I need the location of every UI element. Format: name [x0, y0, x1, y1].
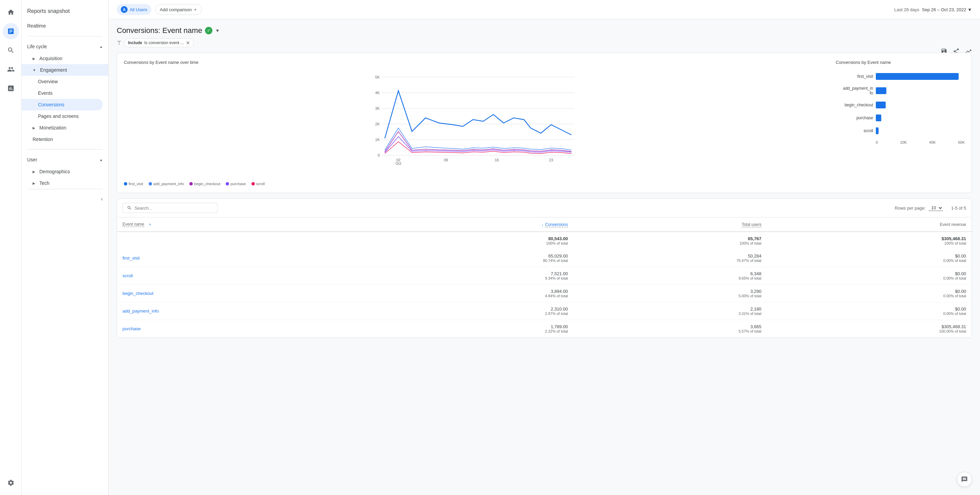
filter-icon: ⊤ — [117, 40, 121, 46]
bar-x-20k: 20K — [900, 140, 907, 144]
bar-x-40k: 40K — [929, 140, 936, 144]
bar-label-purchase: purchase — [836, 115, 873, 120]
col-event-revenue[interactable]: Event revenue — [767, 217, 972, 232]
sidebar-item-retention[interactable]: Retention — [22, 134, 108, 145]
svg-text:2K: 2K — [375, 122, 380, 126]
realtime-nav-icon[interactable] — [3, 42, 19, 58]
legend-scroll: scroll — [251, 182, 265, 186]
bar-fill-first-visit — [876, 73, 959, 80]
top-bar-right: Last 28 days Sep 26 – Oct 23, 2022 ▼ — [894, 7, 972, 12]
add-comparison-button[interactable]: Add comparison ＋ — [156, 4, 202, 15]
cell-event-name[interactable]: purchase — [117, 320, 372, 338]
icon-bar — [0, 0, 22, 495]
cell-event-name[interactable]: scroll — [117, 267, 372, 285]
bar-track-scroll — [876, 128, 965, 134]
sidebar-item-engagement[interactable]: ▼ Engagement — [22, 64, 108, 76]
main-content: A All Users Add comparison ＋ Last 28 day… — [108, 0, 980, 495]
sidebar-item-monetization[interactable]: ▶ Monetization — [22, 122, 108, 134]
chart-legend: first_visit add_payment_info begin_check… — [124, 182, 822, 186]
cell-event-revenue: $0.00 0.00% of total — [767, 302, 972, 320]
legend-purchase: purchase — [226, 182, 246, 186]
bar-track-add-payment — [876, 87, 965, 94]
search-icon — [127, 205, 132, 211]
total-users-val: 65,767 100% of total — [573, 232, 767, 249]
page-title-row: Conversions: Event name ✓ ▼ — [117, 26, 972, 35]
bar-chart-area: first_visit add_payment_info — [836, 70, 965, 147]
sidebar-item-events[interactable]: Events — [22, 87, 108, 99]
col-conversions[interactable]: ↓ Conversions — [372, 217, 573, 232]
date-range-label: Sep 26 – Oct 23, 2022 — [922, 7, 966, 12]
sidebar-item-conversions[interactable]: Conversions — [22, 99, 103, 110]
sidebar-item-demographics[interactable]: ▶ Demographics — [22, 166, 108, 177]
rows-per-page: Rows per page: 10 25 50 — [895, 205, 946, 211]
last-days-label: Last 28 days — [894, 7, 919, 12]
tech-expand-icon: ▶ — [33, 181, 35, 185]
search-box[interactable] — [123, 203, 218, 213]
table-row: scroll 7,521.00 9.34% of total 6,348 9.6… — [117, 267, 972, 285]
col-total-users[interactable]: Total users — [573, 217, 767, 232]
filter-text: Is conversion event ... — [144, 40, 184, 45]
bar-label-begin-checkout: begin_checkout — [836, 102, 873, 107]
engagement-expand-icon: ▼ — [33, 68, 36, 72]
sidebar-item-pages[interactable]: Pages and screens — [22, 110, 108, 122]
filter-chip[interactable]: Include Is conversion event ... ✕ — [124, 38, 194, 47]
bar-x-60k: 60K — [958, 140, 965, 144]
bar-label-scroll: scroll — [836, 128, 873, 133]
add-column-icon[interactable]: ＋ — [148, 222, 152, 227]
sidebar-realtime[interactable]: Realtime — [22, 20, 108, 32]
search-input[interactable] — [135, 206, 213, 211]
sidebar-collapse-btn[interactable]: ‹ — [101, 196, 103, 202]
sidebar-item-acquisition[interactable]: ▶ Acquisition — [22, 53, 108, 64]
top-bar-left: A All Users Add comparison ＋ — [117, 4, 202, 15]
data-table: Event name ＋ ↓ Conversions Total users E… — [117, 217, 972, 338]
cell-conversions: 65,029.00 80.74% of total — [372, 249, 573, 267]
cell-event-name[interactable]: first_visit — [117, 249, 372, 267]
bar-x-0: 0 — [876, 140, 878, 144]
svg-text:1K: 1K — [375, 137, 380, 142]
chat-bubble[interactable] — [957, 472, 972, 487]
svg-text:16: 16 — [495, 158, 499, 162]
sidebar-lifecycle-header[interactable]: Life cycle ▲ — [22, 40, 108, 53]
reports-nav-icon[interactable] — [3, 80, 19, 96]
bar-label-add-payment: add_payment_info — [836, 86, 873, 96]
table-row: first_visit 65,029.00 80.74% of total 50… — [117, 249, 972, 267]
sidebar-item-tech[interactable]: ▶ Tech — [22, 177, 108, 189]
bar-row-first-visit: first_visit — [836, 73, 965, 80]
sidebar-title: Reports snapshot — [22, 5, 108, 20]
title-dropdown-icon[interactable]: ▼ — [215, 28, 220, 33]
settings-nav-icon[interactable] — [3, 474, 19, 491]
table-total-row: 80,543.00 100% of total 65,767 100% of t… — [117, 232, 972, 249]
cell-event-name[interactable]: add_payment_info — [117, 302, 372, 320]
charts-row: Conversions by Event name over time 5K — [124, 60, 965, 186]
all-users-filter[interactable]: A All Users — [117, 4, 151, 15]
analytics-nav-icon[interactable] — [3, 23, 19, 40]
home-nav-icon[interactable] — [3, 4, 19, 21]
audience-nav-icon[interactable] — [3, 61, 19, 77]
cell-total-users: 6,348 9.65% of total — [573, 267, 767, 285]
sidebar-user-header[interactable]: User ▲ — [22, 153, 108, 166]
bar-x-axis: 0 20K 40K 60K — [876, 140, 965, 144]
col-event-name[interactable]: Event name ＋ — [117, 217, 372, 232]
bar-track-first-visit — [876, 73, 965, 80]
table-section: Rows per page: 10 25 50 1-5 of 5 — [117, 198, 972, 338]
page-content: Conversions: Event name ✓ ▼ ⊤ Include Is… — [108, 19, 980, 345]
total-users-col-label[interactable]: Total users — [742, 222, 762, 227]
conversions-col-label[interactable]: Conversions — [545, 222, 568, 227]
table-pagination: Rows per page: 10 25 50 1-5 of 5 — [895, 205, 966, 211]
charts-container: Conversions by Event name over time 5K — [117, 53, 972, 193]
cell-event-name[interactable]: begin_checkout — [117, 285, 372, 302]
cell-conversions: 1,789.00 2.22% of total — [372, 320, 573, 338]
svg-text:3K: 3K — [375, 106, 380, 110]
total-revenue: $305,468.31 100% of total — [767, 232, 972, 249]
bar-chart-title: Conversions by Event name — [836, 60, 965, 65]
total-conversions: 80,543.00 100% of total — [372, 232, 573, 249]
event-name-col-label[interactable]: Event name — [123, 222, 144, 227]
filter-close-icon[interactable]: ✕ — [186, 40, 190, 46]
svg-text:Oct: Oct — [395, 161, 401, 166]
sidebar-lifecycle-section: Life cycle ▲ ▶ Acquisition ▼ Engagement … — [22, 40, 108, 145]
total-event-name — [117, 232, 372, 249]
sidebar-item-overview[interactable]: Overview — [22, 76, 108, 87]
date-range-picker[interactable]: Sep 26 – Oct 23, 2022 ▼ — [922, 7, 972, 12]
filter-include-label: Include — [128, 40, 142, 45]
rows-per-page-select[interactable]: 10 25 50 — [928, 205, 943, 211]
